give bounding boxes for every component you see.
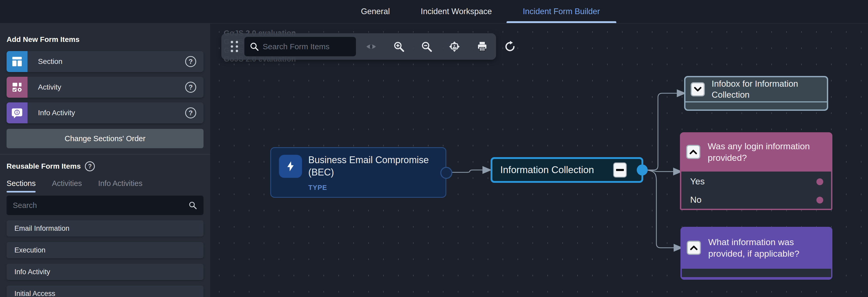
option-no[interactable]: No [690, 195, 702, 205]
palette-item-info-activity[interactable]: Info Activity ? [6, 102, 204, 123]
sidebar-search-input[interactable] [13, 201, 188, 210]
search-icon [250, 42, 259, 51]
section-layout-icon [6, 51, 28, 72]
collapsed-body [682, 269, 831, 277]
output-port[interactable] [637, 165, 648, 176]
type-badge: TYPE [308, 184, 327, 192]
option-yes[interactable]: Yes [690, 176, 705, 186]
section-help-icon[interactable]: ? [185, 56, 196, 67]
refresh-icon[interactable] [503, 39, 517, 54]
reusable-sections-list: Email Information Execution Info Activit… [6, 220, 204, 297]
node-section-information-collection[interactable]: Information Collection [491, 157, 643, 183]
lightning-bolt-icon [279, 155, 302, 178]
node-question-information-provided[interactable]: What information was provided, if applic… [680, 227, 832, 280]
option-no-port[interactable] [816, 197, 823, 204]
list-item-info-activity[interactable]: Info Activity [6, 264, 204, 280]
zoom-out-icon[interactable] [419, 39, 434, 54]
info-activity-help-icon[interactable]: ? [185, 108, 196, 118]
add-new-form-items-title: Add New Form Items [6, 35, 204, 44]
activity-checklist-icon [6, 77, 28, 98]
header-tabs: General Incident Workspace Incident Form… [361, 0, 600, 23]
search-icon [188, 201, 197, 210]
tab-incident-workspace[interactable]: Incident Workspace [421, 0, 492, 23]
link-section-to-question-info [646, 170, 675, 248]
top-tab-bar: General Incident Workspace Incident Form… [0, 0, 868, 24]
zoom-in-icon[interactable] [392, 39, 406, 54]
collapse-chevron-up-button[interactable] [687, 241, 701, 255]
collapse-chevron-up-button[interactable] [686, 145, 701, 159]
reusable-form-items-label: Reusable Form Items [6, 162, 81, 171]
node-infobox-information-collection[interactable]: Infobox for Information Collection [684, 76, 828, 111]
visibility-eye-icon[interactable] [364, 39, 378, 54]
palette-item-label: Info Activity [28, 109, 75, 117]
activity-help-icon[interactable]: ? [185, 82, 196, 93]
tab-activities[interactable]: Activities [52, 179, 82, 192]
tab-info-activities[interactable]: Info Activities [98, 179, 143, 192]
link-section-to-infobox [646, 93, 678, 170]
node-incident-type-bec[interactable]: Business Email Compromise (BEC) TYPE [270, 147, 446, 198]
palette-item-label: Activity [28, 83, 61, 91]
tab-sections[interactable]: Sections [6, 179, 36, 192]
node-title: Information Collection [492, 165, 594, 176]
list-item-email-information[interactable]: Email Information [6, 220, 204, 237]
add-new-form-items-label: Add New Form Items [6, 35, 80, 44]
tab-incident-form-builder[interactable]: Incident Form Builder [523, 0, 600, 23]
tab-general[interactable]: General [361, 0, 390, 23]
option-yes-port[interactable] [816, 178, 823, 185]
canvas-toolbar [221, 33, 496, 60]
palette-item-activity[interactable]: Activity ? [6, 77, 204, 98]
node-title: What information was provided, if applic… [708, 236, 824, 259]
palette-item-section[interactable]: Section ? [6, 51, 204, 72]
collapse-minus-button[interactable] [613, 162, 627, 178]
node-title: Was any login information provided? [708, 140, 823, 164]
toolbar-search-box [244, 37, 356, 56]
incident-form-builder-app: General Incident Workspace Incident Form… [0, 0, 868, 297]
drag-handle-icon[interactable] [229, 39, 240, 54]
sidebar-divider [0, 154, 210, 154]
node-title: Infobox for Information Collection [712, 78, 822, 100]
palette-item-label: Section [28, 57, 62, 66]
zoom-to-fit-icon[interactable] [447, 39, 462, 54]
list-item-execution[interactable]: Execution [6, 242, 204, 258]
print-icon[interactable] [475, 39, 490, 54]
link-section-to-question-login [646, 170, 675, 172]
change-sections-order-button[interactable]: Change Sections' Order [6, 129, 204, 148]
reusable-tabs: Sections Activities Info Activities [6, 179, 204, 192]
list-item-initial-access[interactable]: Initial Access [6, 286, 204, 297]
form-builder-canvas[interactable]: GoJS 2.0 evaluation GoJS 2.0 evaluation … [210, 24, 868, 297]
sidebar-search-box [6, 196, 204, 215]
toolbar-buttons [364, 39, 517, 54]
expand-chevron-down-button[interactable] [691, 82, 705, 96]
info-bubble-icon [6, 102, 28, 123]
link-bec-to-section [452, 170, 484, 172]
output-port[interactable] [440, 167, 452, 179]
palette: Section ? Activity [6, 51, 204, 123]
reusable-help-icon[interactable]: ? [85, 161, 95, 171]
node-question-login-information[interactable]: Was any login information provided? Yes … [680, 132, 832, 210]
form-items-sidebar: Add New Form Items Section ? [0, 24, 210, 297]
toolbar-search-input[interactable] [263, 42, 351, 51]
node-title: Business Email Compromise (BEC) [308, 154, 434, 178]
reusable-form-items-title: Reusable Form Items ? [6, 161, 204, 171]
infobox-footer [685, 102, 827, 109]
question-options: Yes No [680, 172, 832, 210]
